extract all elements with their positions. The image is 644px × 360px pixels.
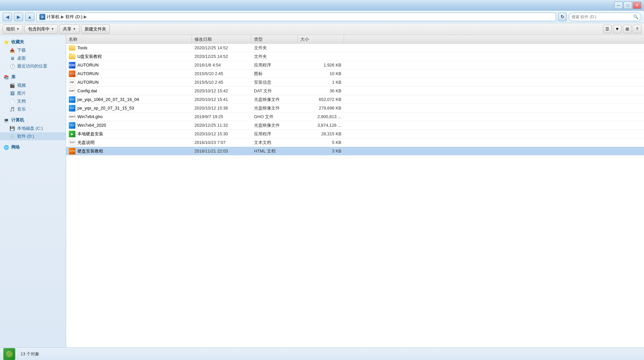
col-header-name[interactable]: 名称	[66, 35, 192, 43]
recent-label: 最近访问的位置	[17, 63, 47, 69]
sidebar-network-section: 🌐 网络	[0, 143, 66, 152]
sidebar-item-pictures[interactable]: 🖼 图片	[0, 89, 66, 97]
sidebar-item-video[interactable]: 🎬 视频	[0, 81, 66, 89]
table-row[interactable]: EXE AUTORUN 2016/1/8 4:54 应用程序 1,926 KB	[66, 61, 644, 69]
include-lib-button[interactable]: 包含到库中 ▼	[24, 24, 58, 34]
documents-icon: 📄	[9, 98, 15, 104]
up-button[interactable]: ▲	[25, 13, 34, 21]
view-dropdown-button[interactable]: ▼	[613, 25, 622, 33]
file-name-cell: DAT Config.dat	[66, 88, 192, 94]
detail-view-button[interactable]: ⊞	[623, 25, 631, 33]
file-date-cell: 2015/5/10 2:45	[192, 71, 251, 76]
sidebar-item-documents[interactable]: 📄 文档	[0, 97, 66, 105]
drive-d-label: 软件 (D:)	[17, 133, 34, 139]
search-icon: 🔍	[633, 14, 638, 19]
sidebar-item-drive-d[interactable]: 💿 软件 (D:)	[0, 132, 66, 140]
table-row[interactable]: DAT Config.dat 2020/10/12 15:42 DAT 文件 3…	[66, 87, 644, 95]
favorites-label: 收藏夹	[11, 39, 24, 45]
drive-d-icon: 💿	[9, 133, 15, 139]
documents-label: 文档	[17, 98, 26, 104]
drive-c-label: 本地磁盘 (C:)	[17, 125, 43, 131]
table-row[interactable]: INF AUTORUN 2015/5/10 2:45 安装信息 1 KB	[66, 78, 644, 87]
ico-icon: ICO	[69, 70, 75, 77]
file-date-cell: 2020/10/12 15:41	[192, 97, 251, 102]
view-toggle-button[interactable]: ☰	[603, 25, 612, 33]
file-name-cell: HTM 硬盘安装教程	[66, 148, 192, 155]
share-button[interactable]: 共享 ▼	[59, 24, 80, 34]
file-name: Win7x64.gho	[77, 114, 103, 119]
sidebar-item-desktop[interactable]: 🖥 桌面	[0, 54, 66, 62]
help-button[interactable]: ?	[633, 25, 641, 33]
forward-button[interactable]: ▶	[14, 13, 23, 21]
sidebar-item-drive-c[interactable]: 💾 本地磁盘 (C:)	[0, 124, 66, 132]
file-size-cell: 5 KB	[298, 140, 344, 145]
close-button[interactable]: ✕	[633, 2, 641, 9]
organize-arrow: ▼	[16, 27, 20, 31]
download-label: 下载	[17, 47, 26, 53]
sidebar-computer-header[interactable]: 💻 计算机	[0, 116, 66, 124]
file-name-cell: Tools	[66, 45, 192, 51]
new-folder-button[interactable]: 新建文件夹	[81, 24, 110, 34]
path-icon: 🖥	[39, 14, 45, 20]
file-name-cell: INF AUTORUN	[66, 79, 192, 86]
table-row[interactable]: ICO AUTORUN 2015/5/10 2:45 图标 10 KB	[66, 69, 644, 78]
col-header-type[interactable]: 类型	[251, 35, 298, 43]
file-date-cell: 2016/11/21 22:03	[192, 149, 251, 154]
video-label: 视频	[17, 82, 26, 88]
file-date-cell: 2019/9/7 19:25	[192, 114, 251, 119]
table-row[interactable]: U盘安装教程 2020/12/25 14:52 文件夹	[66, 52, 644, 61]
desktop-icon: 🖥	[9, 55, 15, 61]
exe-icon: EXE	[69, 62, 75, 68]
organize-button[interactable]: 组织 ▼	[3, 24, 23, 34]
file-name: AUTORUN	[77, 80, 99, 85]
address-path[interactable]: 🖥 计算机 ▶ 软件 (D:) ▶	[36, 13, 556, 21]
table-row[interactable]: ISO pe_yqs_xp_20_07_31_15_53 2020/10/12 …	[66, 104, 644, 112]
sidebar-item-recent[interactable]: 🕐 最近访问的位置	[0, 62, 66, 70]
table-row[interactable]: Tools 2020/12/25 14:52 文件夹	[66, 44, 644, 52]
share-arrow: ▼	[73, 27, 76, 31]
sidebar-item-download[interactable]: 📥 下载	[0, 46, 66, 54]
col-header-date[interactable]: 修改日期	[192, 35, 251, 43]
file-type-cell: 应用程序	[251, 131, 298, 137]
minimize-button[interactable]: ─	[614, 2, 623, 9]
title-bar: ─ □ ✕	[0, 0, 644, 11]
col-header-size[interactable]: 大小	[298, 35, 344, 43]
file-type-cell: 文件夹	[251, 54, 298, 60]
status-bar: 🟢 13 个对象	[0, 347, 644, 360]
iso-icon: ISO	[69, 122, 75, 129]
refresh-button[interactable]: ↻	[558, 13, 567, 21]
favorites-icon: ⭐	[3, 39, 9, 45]
file-size-cell: 3 KB	[298, 149, 344, 154]
maximize-button[interactable]: □	[623, 2, 632, 9]
music-label: 音乐	[17, 106, 26, 112]
table-row[interactable]: ▶ 本地硬盘安装 2020/10/12 15:30 应用程序 28,315 KB	[66, 130, 644, 138]
search-bar[interactable]: 🔍	[569, 13, 641, 21]
table-row[interactable]: TXT 光盘说明 2016/10/23 7:07 文本文档 5 KB	[66, 138, 644, 147]
file-name-cell: ISO pe_yqs_xp_20_07_31_15_53	[66, 105, 192, 112]
search-input[interactable]	[572, 15, 633, 19]
gho-icon: GHO	[69, 113, 75, 120]
iso-icon: ISO	[69, 96, 75, 103]
file-type-cell: 光盘映像文件	[251, 105, 298, 111]
file-type-cell: 文件夹	[251, 45, 298, 51]
file-type-cell: 文本文档	[251, 140, 298, 146]
sidebar-network-header[interactable]: 🌐 网络	[0, 143, 66, 152]
iso-icon: ISO	[69, 105, 75, 112]
file-size-cell: 28,315 KB	[298, 131, 344, 136]
file-name-cell: GHO Win7x64.gho	[66, 113, 192, 120]
video-icon: 🎬	[9, 82, 15, 88]
sidebar-item-music[interactable]: 🎵 音乐	[0, 105, 66, 113]
table-row[interactable]: ISO pe_yqs_1064_20_07_31_16_04 2020/10/1…	[66, 95, 644, 104]
file-type-cell: 图标	[251, 71, 298, 77]
table-row[interactable]: HTM 硬盘安装教程 2016/11/21 22:03 HTML 文档 3 KB	[66, 147, 644, 156]
include-lib-label: 包含到库中	[28, 26, 50, 32]
table-row[interactable]: ISO Win7x64_2020 2020/12/25 11:32 光盘映像文件…	[66, 121, 644, 130]
file-type-cell: GHO 文件	[251, 114, 298, 120]
back-button[interactable]: ◀	[3, 13, 12, 21]
file-list-container: 名称 修改日期 类型 大小 Tools 2020/12/25 14:52 文件夹…	[66, 35, 644, 347]
file-name-cell: U盘安装教程	[66, 54, 192, 60]
table-row[interactable]: GHO Win7x64.gho 2019/9/7 19:25 GHO 文件 2,…	[66, 112, 644, 121]
sidebar-favorites-header[interactable]: ⭐ 收藏夹	[0, 38, 66, 46]
sidebar-libraries-header[interactable]: 📚 库	[0, 73, 66, 81]
network-icon: 🌐	[3, 144, 9, 150]
